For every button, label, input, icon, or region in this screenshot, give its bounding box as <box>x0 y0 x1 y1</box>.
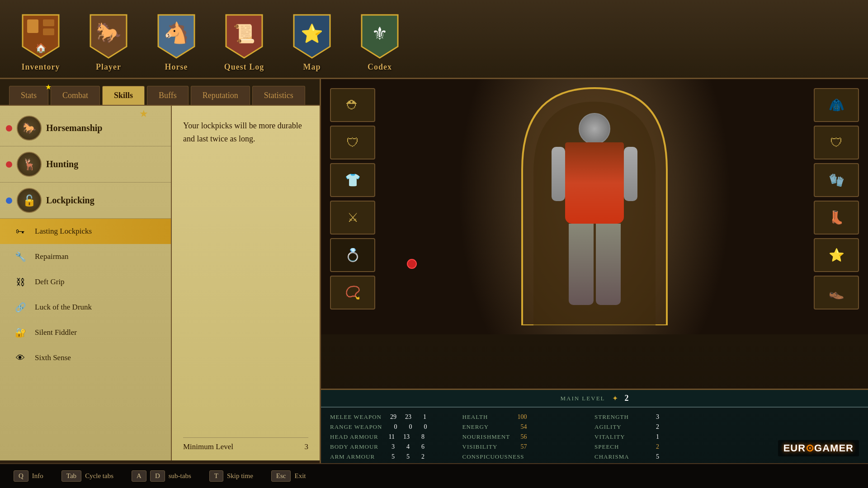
equip-slot-shield-right[interactable]: 🛡 <box>814 126 859 160</box>
lockpicking-dot <box>6 197 12 204</box>
equip-slot-helmet[interactable]: ⛑ <box>330 88 375 122</box>
svg-text:🐴: 🐴 <box>164 21 189 45</box>
skill-deft-grip[interactable]: ⛓ Deft Grip <box>0 269 171 295</box>
stat-head-armour: HEAD ARMOUR 11 13 8 <box>330 432 462 442</box>
stat-health: HEALTH 100 <box>462 412 595 422</box>
tab-stats[interactable]: Stats ★ <box>9 86 48 105</box>
stat-vitality: VITALITY 1 <box>594 432 727 442</box>
health-label: HEALTH <box>462 413 512 421</box>
hotkey-tab-label: Cycle tabs <box>85 472 113 480</box>
energy-val: 54 <box>516 423 527 431</box>
min-level-label: Minimum Level <box>183 442 233 451</box>
hunting-dot <box>6 161 12 168</box>
watermark-suffix: GAMER <box>814 442 854 454</box>
stat-speech: SPEECH 2 <box>594 442 727 452</box>
main-level-value: 2 <box>625 394 629 403</box>
stat-strength: STRENGTH 3 <box>594 412 727 422</box>
nav-item-codex[interactable]: ⚜ Codex <box>348 7 411 78</box>
silent-fiddler-name: Silent Fiddler <box>35 328 77 337</box>
lasting-lockpicks-name: Lasting Lockpicks <box>35 227 92 236</box>
svg-text:🐎: 🐎 <box>96 21 122 45</box>
speech-val: 2 <box>648 443 659 450</box>
melee-weapon-val3: 1 <box>415 413 426 421</box>
nav-item-horse[interactable]: 🐴 Horse <box>145 7 208 78</box>
equip-slot-chest[interactable]: 👕 <box>330 163 375 197</box>
hotkey-exit: Esc Exit <box>271 470 306 482</box>
body-armour-label: BODY ARMOUR <box>330 443 380 450</box>
stat-nourishment: NOURISHMENT 56 <box>462 432 595 442</box>
skill-description: Your lockpicks will be more durable and … <box>183 119 308 145</box>
tab-skills[interactable]: Skills <box>102 86 145 105</box>
arm-armour-val3: 2 <box>413 453 425 460</box>
equip-slot-gloves[interactable]: 🧤 <box>814 163 859 197</box>
strength-val: 3 <box>648 413 659 421</box>
stat-melee-weapon: MELEE WEAPON 29 23 1 <box>330 412 462 422</box>
char-torso <box>565 142 624 224</box>
nav-item-inventory[interactable]: 🏠 Inventory <box>9 7 72 78</box>
stat-arm-armour: ARM ARMOUR 5 5 2 <box>330 452 462 462</box>
skill-repairman[interactable]: 🔧 Repairman <box>0 244 171 269</box>
main-level-bar: MAIN LEVEL ✦ 2 <box>321 390 868 408</box>
equip-slot-ring[interactable]: 💍 <box>330 238 375 272</box>
arm-armour-val2: 5 <box>398 453 410 460</box>
tab-combat[interactable]: Combat <box>51 86 100 105</box>
energy-label: ENERGY <box>462 423 512 431</box>
nourishment-label: NOURISHMENT <box>462 433 512 441</box>
player-shield: 🐎 <box>86 10 131 60</box>
section-header-hunting: 🦌 Hunting <box>0 146 171 183</box>
health-val: 100 <box>516 413 527 421</box>
hotkey-t-key: T <box>209 470 223 482</box>
hotkey-a-key: A <box>132 470 146 482</box>
lockpicking-name: Lockpicking <box>46 195 94 206</box>
quest-log-label: Quest Log <box>224 62 264 72</box>
hotkey-t-label: Skip time <box>227 472 253 480</box>
sixth-sense-icon: 👁 <box>11 349 29 367</box>
arch-container <box>509 79 680 325</box>
equip-slots-right: 🧥 🛡 🧤 👢 ⭐ 👞 <box>814 88 859 310</box>
charisma-val: 5 <box>648 453 659 460</box>
character-figure <box>545 95 644 325</box>
stat-conspicuousness: CONSPICUOUSNESS <box>462 452 595 462</box>
nav-item-quest-log[interactable]: 📜 Quest Log <box>212 7 276 78</box>
equip-slot-cape[interactable]: 🧥 <box>814 88 859 122</box>
equip-slot-extra[interactable]: 👞 <box>814 276 859 310</box>
arm-armour-label: ARM ARMOUR <box>330 453 380 460</box>
char-right-leg <box>596 224 621 305</box>
repairman-icon: 🔧 <box>11 248 29 266</box>
character-view: ⛑ 🛡 👕 ⚔ 💍 📿 🧥 🛡 🧤 👢 ⭐ 👞 <box>321 79 868 334</box>
hotkey-esc-label: Exit <box>294 472 306 480</box>
hotkey-skip-time: T Skip time <box>209 470 253 482</box>
vitality-val: 1 <box>648 433 659 441</box>
tab-reputation[interactable]: Reputation <box>191 86 250 105</box>
hunting-name: Hunting <box>46 159 78 169</box>
nav-item-player[interactable]: 🐎 Player <box>77 7 140 78</box>
stat-energy: ENERGY 54 <box>462 422 595 432</box>
skill-luck-of-the-drunk[interactable]: 🔗 Luck of the Drunk <box>0 295 171 320</box>
equip-slot-spurs[interactable]: ⭐ <box>814 238 859 272</box>
skill-silent-fiddler[interactable]: 🔐 Silent Fiddler <box>0 320 171 345</box>
equip-slot-weapon[interactable]: ⚔ <box>330 201 375 235</box>
skills-container: ★ 🐎 Horsemanship 🦌 Hunting <box>0 106 320 460</box>
svg-text:⚜: ⚜ <box>372 23 388 44</box>
section-header-horsemanship: 🐎 Horsemanship <box>0 110 171 146</box>
nav-item-map[interactable]: ⭐ Map <box>280 7 344 78</box>
head-armour-val2: 13 <box>398 433 410 441</box>
range-weapon-val1: 0 <box>386 423 397 431</box>
hotkey-q-label: Info <box>32 472 43 480</box>
stat-visibility: VISIBILITY 57 <box>462 442 595 452</box>
hotkey-ad-label: sub-tabs <box>169 472 191 480</box>
tab-statistics[interactable]: Statistics <box>252 86 305 105</box>
hotkey-q-key: Q <box>14 470 28 482</box>
svg-text:⭐: ⭐ <box>301 23 323 44</box>
equip-slot-shield-left[interactable]: 🛡 <box>330 126 375 160</box>
skill-sixth-sense[interactable]: 👁 Sixth Sense <box>0 345 171 371</box>
lockpicking-icon: 🔓 <box>17 188 42 213</box>
quest-log-shield: 📜 <box>222 10 267 60</box>
vitality-label: VITALITY <box>594 433 644 441</box>
tab-buffs[interactable]: Buffs <box>147 86 189 105</box>
hotkey-cycle-tabs: Tab Cycle tabs <box>61 470 113 482</box>
body-armour-val3: 6 <box>413 443 425 450</box>
equip-slot-boots[interactable]: 👢 <box>814 201 859 235</box>
equip-slot-belt[interactable]: 📿 <box>330 276 375 310</box>
skill-lasting-lockpicks[interactable]: 🗝 Lasting Lockpicks <box>0 219 171 244</box>
